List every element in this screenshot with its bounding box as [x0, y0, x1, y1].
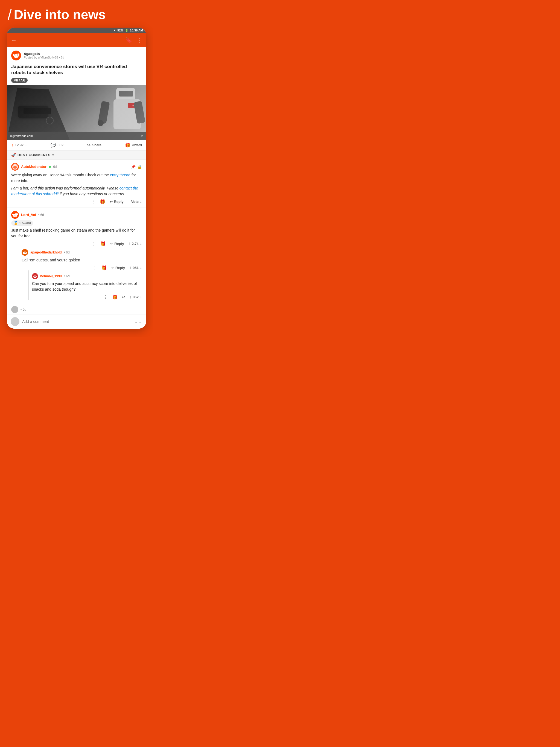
award-badge: 🏅 1 Award [11, 221, 33, 226]
back-button[interactable]: ← [11, 37, 17, 43]
lord-val-age: • 6d [38, 213, 44, 217]
apageofthedarkhold-reply-label: Reply [116, 266, 125, 270]
online-indicator [49, 166, 51, 168]
lord-val-vote: ↑ 2.7k ↓ [128, 241, 142, 246]
vote-down-icon[interactable]: ↓ [140, 199, 142, 204]
apageofthedarkhold-vote-up[interactable]: ↑ [129, 265, 131, 270]
battery-icon: 🔋 [125, 29, 128, 32]
bookmark-button[interactable]: 🔖 [125, 37, 132, 44]
automoderator-reply-button[interactable]: ↩ Reply [110, 200, 123, 204]
upvote-icon: ↑ [11, 143, 14, 147]
post-actions: ↑ 12.9k ↓ 💬 562 ↪ Share 🎁 Award [7, 140, 146, 151]
award-badge-text: 1 Award [19, 221, 31, 225]
svg-point-10 [14, 167, 15, 168]
sort-chevron-icon: ▾ [52, 153, 54, 157]
apageofthedarkhold-more-icon[interactable]: ⋮ [93, 265, 97, 271]
comment-nemo69-1999: nemo69_1999 • 6d Can you turn your speed… [28, 271, 142, 300]
nemo69-reply-button[interactable]: ↩ [122, 295, 125, 299]
app-header: / Dive into news [0, 0, 153, 28]
lord-val-username[interactable]: Lord_Val [21, 213, 36, 217]
vote-up-icon[interactable]: ↑ [128, 199, 130, 204]
automoderator-text: We're giving away an Honor 9A this month… [11, 172, 142, 184]
comment-header-apageofthedarkhold: apageofthedarkhold • 6d [22, 249, 142, 256]
external-link-icon[interactable]: ↗ [140, 134, 143, 138]
time-display: 10:36 AM [130, 29, 143, 32]
nemo69-text: Can you turn your speed and accuracy sco… [32, 281, 142, 292]
automoderator-avatar [11, 163, 19, 171]
comment-automoderator: AutoModerator 6d 📌 🔒 We're giving away a… [7, 160, 146, 208]
entry-thread-link[interactable]: entry thread [110, 173, 130, 177]
svg-point-15 [16, 215, 17, 216]
svg-point-13 [13, 214, 17, 217]
automoderator-vote: ↑ Vote ↓ [128, 199, 142, 204]
app-toolbar: ← 🔖 ⋮ [7, 33, 146, 47]
automoderator-username[interactable]: AutoModerator [21, 164, 47, 169]
svg-point-3 [17, 55, 18, 56]
comment-award-icon[interactable]: 🎁 [100, 199, 105, 204]
share-action[interactable]: ↪ Share [87, 143, 101, 148]
award-icon: 🎁 [125, 143, 130, 148]
upvote-action[interactable]: ↑ 12.9k ↓ [11, 143, 27, 147]
apageofthedarkhold-username[interactable]: apageofthedarkhold [30, 251, 62, 254]
reply-label: Reply [114, 200, 123, 204]
lord-val-actions: ⋮ 🎁 ↩ Reply ↑ 2.7k ↓ [11, 241, 142, 247]
post-image[interactable]: au digitaltrends.com ↗ [7, 85, 146, 140]
app-tagline: Dive into news [14, 8, 105, 22]
battery-level: 92% [117, 29, 123, 32]
nemo69-vote-down[interactable]: ↓ [140, 294, 142, 300]
lord-val-more-icon[interactable]: ⋮ [92, 241, 96, 247]
nemo69-more-icon[interactable]: ⋮ [103, 294, 108, 300]
comments-icon: 💬 [51, 143, 56, 148]
subreddit-name[interactable]: r/gadgets [24, 52, 64, 56]
moderators-link[interactable]: contact the moderators of this subreddit [11, 186, 138, 196]
more-options-button[interactable]: ⋮ [136, 37, 142, 44]
svg-point-11 [15, 167, 16, 168]
share-icon: ↪ [87, 143, 91, 148]
apageofthedarkhold-vote-down[interactable]: ↓ [140, 265, 142, 270]
svg-point-17 [12, 214, 14, 215]
apageofthedarkhold-avatar [22, 249, 28, 256]
nemo69-vote-up[interactable]: ↑ [129, 294, 131, 300]
automoderator-actions: ⋮ 🎁 ↩ Reply ↑ Vote ↓ [11, 199, 142, 204]
svg-point-9 [13, 166, 17, 169]
expand-chevron-icon[interactable]: ⌄⌄ [134, 318, 143, 325]
apageofthedarkhold-award-icon[interactable]: 🎁 [101, 265, 107, 271]
comment-apageofthedarkhold: apageofthedarkhold • 6d Call 'em quests,… [18, 247, 142, 300]
svg-point-6 [18, 54, 19, 56]
award-action[interactable]: 🎁 Award [125, 143, 142, 148]
comment-age-automoderator: 6d [53, 165, 57, 169]
nemo69-award-icon[interactable]: 🎁 [112, 294, 118, 300]
share-label: Share [92, 143, 101, 147]
nemo69-username[interactable]: nemo69_1999 [40, 274, 62, 278]
apageofthedarkhold-vote-count: 951 [133, 266, 138, 270]
svg-point-21 [24, 252, 24, 253]
svg-point-5 [13, 54, 15, 56]
current-user-avatar [11, 317, 19, 326]
lock-icon: 🔒 [137, 164, 142, 169]
lord-val-award-icon[interactable]: 🎁 [100, 241, 106, 247]
add-comment-input[interactable] [22, 319, 131, 324]
apageofthedarkhold-reply-arrow: ↩ [111, 266, 114, 270]
apageofthedarkhold-age: • 6d [64, 251, 70, 254]
pin-icon: 📌 [131, 164, 136, 169]
svg-point-22 [25, 252, 26, 253]
post-flair[interactable]: VR / AR [11, 78, 28, 83]
wifi-icon: ▲ [113, 29, 116, 32]
svg-point-26 [35, 276, 36, 277]
comment-more-icon[interactable]: ⋮ [91, 199, 96, 204]
comment-partial: • 6d [7, 303, 146, 314]
comments-action[interactable]: 💬 562 [51, 143, 63, 148]
lord-val-reply-button[interactable]: ↩ Reply [110, 242, 124, 246]
post-header: r/gadgets Posted by u/MicroSofty88 • 6d [7, 47, 146, 62]
special-icons: 📌 🔒 [131, 164, 142, 169]
post-image-bg: au [7, 85, 146, 140]
partial-avatar [11, 306, 18, 313]
svg-point-14 [14, 215, 15, 216]
nemo69-actions: ⋮ 🎁 ↩ ↑ 362 ↓ [32, 294, 142, 300]
lord-val-avatar [11, 211, 19, 219]
lord-val-vote-down[interactable]: ↓ [140, 241, 142, 246]
sort-bar[interactable]: 🚀 BEST COMMENTS ▾ [7, 151, 146, 160]
lord-val-reply-arrow: ↩ [110, 242, 113, 246]
apageofthedarkhold-reply-button[interactable]: ↩ Reply [111, 266, 125, 270]
lord-val-vote-up[interactable]: ↑ [128, 241, 131, 246]
